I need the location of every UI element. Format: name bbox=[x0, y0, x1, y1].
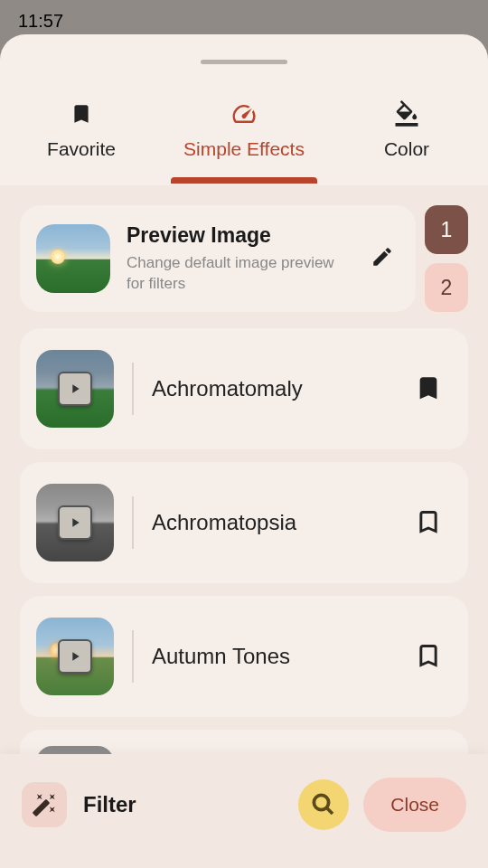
edit-icon[interactable] bbox=[371, 245, 394, 272]
search-icon bbox=[310, 791, 337, 818]
preview-row: Preview Image Change default image previ… bbox=[20, 205, 468, 312]
preview-title: Preview Image bbox=[127, 223, 354, 248]
filter-name: Achromatopsia bbox=[152, 510, 398, 535]
tab-color[interactable]: Color bbox=[325, 100, 488, 184]
filter-chip[interactable]: Filter bbox=[22, 782, 136, 827]
active-tab-indicator bbox=[171, 177, 317, 184]
paint-bucket-icon bbox=[393, 100, 420, 127]
search-button[interactable] bbox=[298, 779, 349, 830]
tab-label-favorite: Favorite bbox=[47, 138, 116, 160]
preview-subtitle: Change default image preview for filters bbox=[127, 253, 354, 293]
tabs: Favorite Simple Effects Color bbox=[0, 82, 488, 184]
bookmark-outline-icon[interactable] bbox=[416, 506, 443, 539]
filter-item-achromatopsia[interactable]: Achromatopsia bbox=[20, 462, 468, 583]
svg-line-1 bbox=[327, 808, 333, 815]
preview-info: Preview Image Change default image previ… bbox=[127, 223, 354, 293]
wand-icon bbox=[22, 782, 67, 827]
filter-item-autumn-tones[interactable]: Autumn Tones bbox=[20, 596, 468, 717]
speed-icon bbox=[230, 100, 258, 127]
filter-thumbnail bbox=[36, 618, 114, 695]
play-icon bbox=[58, 372, 92, 406]
play-icon bbox=[58, 505, 92, 540]
divider bbox=[132, 630, 134, 683]
preview-thumbnail bbox=[36, 224, 110, 293]
filter-label: Filter bbox=[83, 792, 136, 817]
preview-set-buttons: 1 2 bbox=[425, 205, 468, 312]
tab-label-simple: Simple Effects bbox=[183, 138, 305, 160]
set-2-button[interactable]: 2 bbox=[425, 263, 468, 312]
bottom-bar: Filter Close bbox=[0, 754, 488, 868]
bookmark-icon[interactable] bbox=[416, 373, 443, 405]
bookmark-icon bbox=[68, 100, 95, 127]
filter-thumbnail bbox=[36, 350, 114, 428]
close-button[interactable]: Close bbox=[363, 778, 466, 832]
drag-handle[interactable] bbox=[201, 60, 287, 64]
filter-name: Achromatomaly bbox=[152, 376, 398, 401]
filter-name: Autumn Tones bbox=[152, 644, 398, 669]
tab-simple-effects[interactable]: Simple Effects bbox=[163, 100, 325, 184]
divider bbox=[132, 496, 134, 549]
filter-item-achromatomaly[interactable]: Achromatomaly bbox=[20, 328, 468, 449]
tab-favorite[interactable]: Favorite bbox=[0, 100, 163, 184]
svg-point-0 bbox=[314, 795, 329, 809]
status-time: 11:57 bbox=[18, 11, 63, 31]
set-1-button[interactable]: 1 bbox=[425, 205, 468, 254]
preview-image-card[interactable]: Preview Image Change default image previ… bbox=[20, 205, 416, 312]
sheet: Favorite Simple Effects Color Preview Im… bbox=[0, 34, 488, 868]
tab-label-color: Color bbox=[384, 138, 429, 160]
divider bbox=[132, 363, 134, 415]
play-icon bbox=[58, 639, 92, 674]
filter-thumbnail bbox=[36, 484, 114, 561]
bookmark-outline-icon[interactable] bbox=[416, 640, 443, 673]
